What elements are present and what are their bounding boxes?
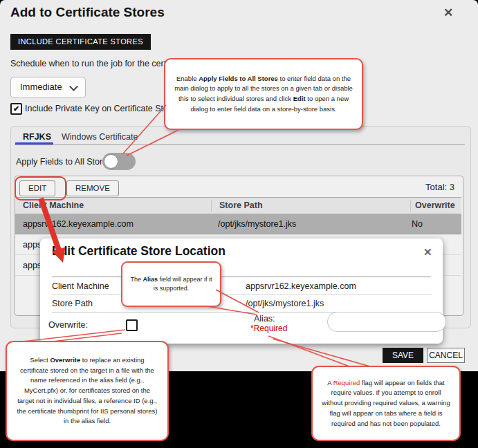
tab-rfjks[interactable]: RFJKS: [23, 132, 51, 142]
remove-button[interactable]: REMOVE: [66, 180, 119, 196]
schedule-select-value: Immediate: [20, 82, 62, 92]
tab-windows-certificate[interactable]: Windows Certificate: [62, 132, 138, 142]
checkmark-icon: ✔: [13, 104, 19, 113]
callout-overwrite: Select Overwrite to replace an existing …: [6, 341, 169, 441]
column-separator: [211, 200, 212, 212]
alias-label: Alias:: [254, 314, 275, 324]
overwrite-label: Overwrite:: [48, 320, 88, 330]
store-path-label: Store Path: [52, 299, 93, 308]
edit-certificate-store-location-dialog: Edit Certificate Store Location ✕ Client…: [40, 239, 443, 344]
cell-client-machine: apps: [23, 261, 42, 270]
toggle-knob: [104, 154, 118, 169]
edit-dialog-title: Edit Certificate Store Location: [52, 244, 226, 259]
include-private-key-label: Include Private Key on Certificate Sto: [25, 104, 168, 113]
callout-required: A Required flag will appear on fields th…: [311, 366, 461, 441]
overwrite-checkbox[interactable]: [126, 319, 138, 331]
column-store-path: Store Path: [219, 200, 263, 210]
cell-client-machine: apps: [23, 240, 42, 250]
close-icon[interactable]: ✕: [423, 246, 432, 259]
table-header-row: Client Machine Store Path Overwrite: [15, 197, 461, 214]
apply-fields-toggle[interactable]: [102, 153, 136, 170]
cancel-button[interactable]: CANCEL: [427, 348, 465, 363]
total-count-label: Total: 3: [387, 182, 454, 192]
column-overwrite: Overwrite: [415, 200, 455, 210]
cell-overwrite: No: [412, 219, 423, 229]
callout-apply-fields: Enable Apply Fields to All Stores to ent…: [164, 58, 363, 130]
client-machine-value: appsrvr162.keyexample.com: [246, 281, 356, 291]
required-flag: *Required: [250, 324, 287, 333]
alias-input[interactable]: [327, 312, 446, 332]
edit-button-annotation-ring: [15, 176, 66, 200]
column-client-machine: Client Machine: [23, 200, 84, 210]
divider: [52, 277, 431, 277]
apply-fields-label: Apply Fields to All Stores: [16, 157, 111, 167]
chevron-down-icon: [69, 82, 78, 91]
cell-client-machine: appsrvr162.keyexample.com: [23, 219, 134, 229]
store-path-value: /opt/jks/mystore1.jks: [246, 299, 324, 308]
page-title: Add to Certificate Stores: [10, 5, 165, 20]
include-certificate-stores-button[interactable]: INCLUDE CERTIFICATE STORES: [10, 34, 151, 50]
close-icon[interactable]: ✕: [443, 6, 453, 20]
callout-alias: The Alias field will appear if it is sup…: [121, 261, 221, 307]
include-private-key-checkbox[interactable]: ✔: [10, 103, 22, 115]
client-machine-label: Client Machine: [52, 281, 109, 291]
schedule-label: Schedule when to run the job for the cer…: [10, 59, 184, 68]
table-row-selected[interactable]: appsrvr162.keyexample.com /opt/jks/mysto…: [15, 214, 461, 234]
tab-divider: [15, 144, 465, 145]
divider: [52, 294, 431, 295]
save-button[interactable]: SAVE: [383, 348, 423, 363]
cell-store-path: /opt/jks/mystore1.jks: [218, 219, 296, 229]
column-separator: [410, 200, 411, 212]
schedule-select[interactable]: Immediate: [10, 77, 86, 98]
screenshot-stage: Add to Certificate Stores ✕ INCLUDE CERT…: [0, 0, 478, 448]
